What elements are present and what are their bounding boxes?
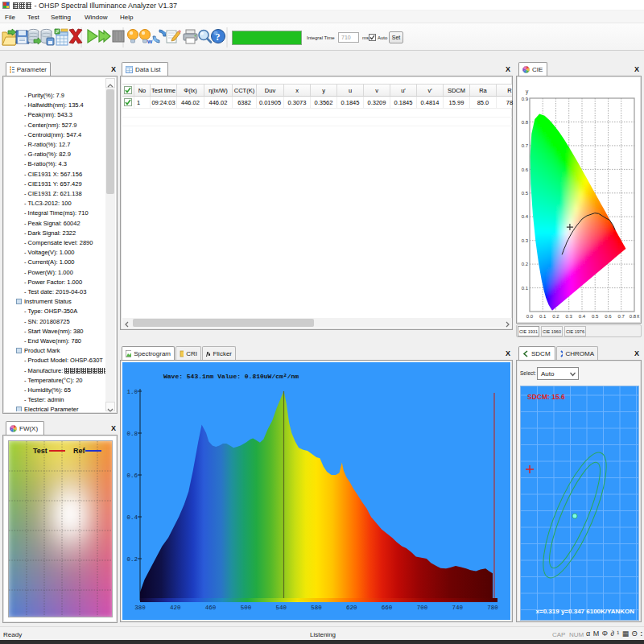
svg-text:0.3: 0.3 (566, 314, 573, 319)
svg-text:0.6: 0.6 (522, 167, 529, 172)
svg-text:0.6: 0.6 (605, 314, 612, 319)
svg-text:620: 620 (346, 605, 357, 611)
svg-text:0.2: 0.2 (552, 314, 559, 319)
svg-text:0.7: 0.7 (522, 143, 529, 148)
svg-text:380: 380 (134, 605, 146, 611)
svg-text:0.7: 0.7 (618, 314, 625, 319)
svg-text:580: 580 (311, 605, 322, 611)
svg-text:0.1: 0.1 (522, 286, 529, 291)
svg-text:0.2: 0.2 (522, 262, 529, 266)
svg-text:0.4: 0.4 (579, 314, 586, 319)
svg-text:SDCM: 15.6: SDCM: 15.6 (527, 393, 565, 401)
svg-text:0.0: 0.0 (526, 314, 534, 319)
svg-text:0.8: 0.8 (522, 120, 529, 125)
svg-text:0.4: 0.4 (522, 214, 529, 219)
svg-text:0.8: 0.8 (630, 314, 637, 319)
svg-text:0.2: 0.2 (126, 556, 138, 563)
svg-text:660: 660 (382, 605, 393, 611)
svg-text:Test: Test (33, 447, 47, 455)
svg-text:700: 700 (417, 605, 428, 611)
svg-text:540: 540 (275, 605, 287, 611)
svg-text:0.9: 0.9 (522, 97, 529, 101)
svg-text:Ref: Ref (73, 447, 86, 455)
svg-text:?: ? (216, 31, 221, 43)
svg-text:0.1: 0.1 (539, 314, 547, 319)
svg-text:780: 780 (487, 605, 498, 611)
svg-text:0.4: 0.4 (126, 514, 138, 521)
svg-text:740: 740 (452, 605, 463, 611)
svg-text:x=0.319 y=0.347 6100K/YANKON: x=0.319 y=0.347 6100K/YANKON (536, 608, 635, 615)
svg-text:0.5: 0.5 (522, 191, 529, 196)
svg-text:1.0: 1.0 (126, 389, 138, 395)
svg-text:0.8: 0.8 (126, 431, 138, 437)
svg-text:420: 420 (170, 605, 181, 611)
svg-text:y: y (526, 89, 529, 95)
svg-text:Wave: 543.1nm Value: 0.810uW/c: Wave: 543.1nm Value: 0.810uW/cm²/nm (163, 373, 299, 380)
svg-text:0.6: 0.6 (126, 473, 138, 479)
svg-text:0.3: 0.3 (522, 238, 529, 243)
svg-text:w: w (147, 38, 153, 45)
svg-text:500: 500 (241, 605, 252, 611)
svg-text:460: 460 (205, 605, 217, 611)
svg-text:x: x (637, 313, 640, 319)
svg-text:0.5: 0.5 (592, 314, 599, 319)
